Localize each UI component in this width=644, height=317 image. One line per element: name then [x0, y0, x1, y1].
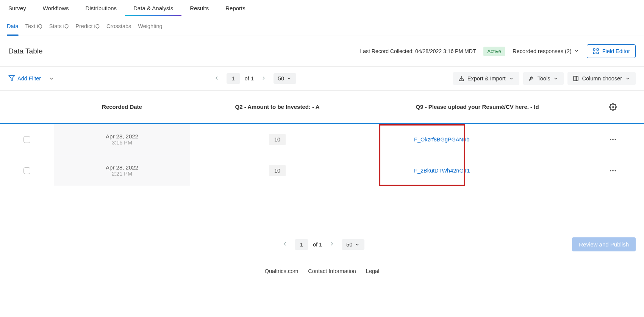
page-title: Data Table	[8, 47, 43, 55]
time-value: 3:16 PM	[112, 140, 132, 146]
row-checkbox[interactable]	[23, 136, 30, 143]
subnav-data[interactable]: Data	[7, 16, 19, 36]
table-row: Apr 28, 2022 3:16 PM 10 F_Okzrf8BGgPGANn…	[0, 124, 644, 155]
export-import-label: Export & Import	[467, 75, 506, 82]
page-number-input[interactable]: 1	[227, 73, 240, 84]
footer-pager: 1 of 1 50 Review and Publish	[0, 232, 644, 257]
status-badge: Active	[483, 47, 505, 56]
topnav-workflows[interactable]: Workflows	[34, 0, 77, 16]
date-value: Apr 28, 2022	[106, 133, 138, 140]
cell-recorded-date: Apr 28, 2022 2:21 PM	[54, 155, 190, 186]
tools-label: Tools	[538, 75, 550, 82]
footer-page-size[interactable]: 50	[342, 239, 364, 250]
page-size-dropdown[interactable]: 50	[274, 73, 296, 84]
row-actions[interactable]	[590, 135, 636, 144]
footer-link-qualtrics[interactable]: Qualtrics.com	[265, 268, 299, 274]
subnav-stats-iq[interactable]: Stats iQ	[49, 16, 69, 36]
subnav-weighting[interactable]: Weighting	[138, 16, 162, 36]
add-filter-label: Add Filter	[17, 75, 41, 82]
download-icon	[458, 75, 464, 82]
review-publish-button[interactable]: Review and Publish	[572, 237, 636, 251]
svg-point-12	[615, 139, 616, 140]
table-settings[interactable]	[590, 103, 636, 111]
data-table-area: Recorded Date Q2 - Amount to be Invested…	[0, 91, 644, 186]
export-import-button[interactable]: Export & Import	[453, 72, 519, 85]
field-editor-icon	[592, 48, 599, 55]
topnav-survey[interactable]: Survey	[7, 0, 34, 16]
page-size-value: 50	[278, 75, 284, 82]
data-table: Recorded Date Q2 - Amount to be Invested…	[0, 91, 644, 186]
footer-links: Qualtrics.com Contact Information Legal	[0, 257, 644, 286]
chevron-down-icon	[625, 76, 630, 81]
filter-menu-chevron[interactable]	[48, 75, 55, 82]
page-of-label: of 1	[245, 75, 254, 82]
column-q9[interactable]: Q9 - Please upload your Resumé/CV here. …	[364, 104, 590, 110]
svg-rect-6	[574, 76, 578, 81]
footer-page-number[interactable]: 1	[295, 239, 308, 250]
chevron-down-icon	[509, 76, 514, 81]
last-record-collected: Last Record Collected: 04/28/2022 3:16 P…	[360, 48, 476, 54]
pager-next[interactable]	[258, 74, 269, 84]
more-horizontal-icon	[609, 135, 617, 144]
svg-point-10	[610, 139, 611, 140]
svg-rect-3	[597, 52, 599, 54]
svg-point-13	[610, 170, 611, 171]
row-actions[interactable]	[590, 166, 636, 175]
columns-icon	[573, 75, 579, 82]
time-value: 2:21 PM	[112, 171, 132, 177]
field-editor-button[interactable]: Field Editor	[587, 44, 636, 58]
add-filter-button[interactable]: Add Filter	[8, 75, 41, 83]
tools-button[interactable]: Tools	[523, 72, 564, 85]
topnav-results[interactable]: Results	[181, 0, 217, 16]
cell-file-id: F_2BkutDTWh42nGT1	[364, 168, 590, 174]
more-horizontal-icon	[609, 166, 617, 175]
top-nav: Survey Workflows Distributions Data & An…	[0, 0, 644, 16]
column-chooser-button[interactable]: Column chooser	[567, 72, 636, 85]
file-id-link[interactable]: F_Okzrf8BGgPGANnb	[414, 137, 469, 143]
column-q2[interactable]: Q2 - Amount to be Invested: - A	[190, 104, 364, 110]
pager-prev[interactable]	[211, 74, 222, 84]
recorded-responses-dropdown[interactable]: Recorded responses (2)	[513, 48, 579, 55]
page-header: Data Table Last Record Collected: 04/28/…	[0, 36, 644, 67]
cell-recorded-date: Apr 28, 2022 3:16 PM	[54, 124, 190, 155]
svg-rect-0	[593, 49, 595, 50]
footer-page-size-value: 50	[346, 242, 352, 248]
cell-amount: 10	[190, 165, 364, 176]
chevron-down-icon	[286, 76, 292, 81]
footer-page-of: of 1	[313, 242, 322, 248]
gear-icon	[609, 103, 617, 111]
chevron-down-icon	[574, 48, 579, 55]
row-checkbox[interactable]	[23, 167, 30, 174]
chevron-down-icon	[553, 76, 558, 81]
svg-point-11	[612, 139, 614, 140]
date-value: Apr 28, 2022	[106, 164, 138, 171]
wrench-icon	[528, 75, 535, 82]
footer-link-legal[interactable]: Legal	[366, 268, 379, 274]
subnav-crosstabs[interactable]: Crosstabs	[106, 16, 131, 36]
chevron-down-icon	[355, 242, 360, 247]
topnav-reports[interactable]: Reports	[217, 0, 254, 16]
column-chooser-label: Column chooser	[582, 75, 622, 82]
sub-nav: Data Text iQ Stats iQ Predict iQ Crossta…	[0, 16, 644, 36]
subnav-text-iq[interactable]: Text iQ	[25, 16, 42, 36]
file-id-link[interactable]: F_2BkutDTWh42nGT1	[414, 168, 470, 174]
topnav-distributions[interactable]: Distributions	[77, 0, 125, 16]
footer-pager-prev[interactable]	[280, 239, 290, 250]
table-row: Apr 28, 2022 2:21 PM 10 F_2BkutDTWh42nGT…	[0, 155, 644, 186]
subnav-predict-iq[interactable]: Predict iQ	[75, 16, 100, 36]
recorded-responses-label: Recorded responses (2)	[513, 48, 572, 54]
footer-link-contact[interactable]: Contact Information	[308, 268, 356, 274]
column-recorded-date[interactable]: Recorded Date	[54, 104, 190, 110]
svg-marker-4	[9, 75, 15, 81]
table-header-row: Recorded Date Q2 - Amount to be Invested…	[0, 91, 644, 124]
toolbar: Add Filter 1 of 1 50 Export & Import Too…	[0, 67, 644, 91]
footer-pager-next[interactable]	[327, 239, 337, 250]
amount-value: 10	[269, 165, 286, 176]
svg-point-14	[612, 170, 614, 171]
topnav-data-analysis[interactable]: Data & Analysis	[125, 0, 181, 16]
svg-rect-2	[593, 52, 595, 54]
amount-value: 10	[269, 134, 286, 145]
svg-rect-1	[597, 49, 599, 50]
cell-amount: 10	[190, 134, 364, 145]
field-editor-label: Field Editor	[602, 48, 630, 54]
